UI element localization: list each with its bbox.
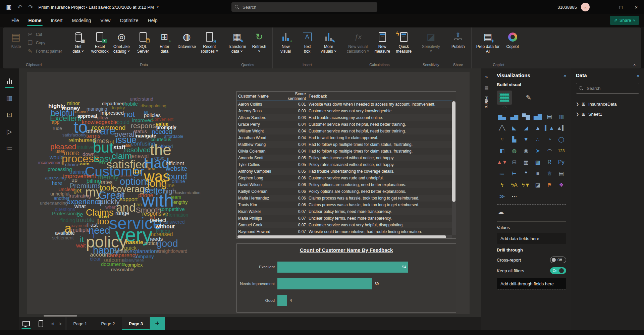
viz-100-stacked-bar-chart-icon[interactable]: ▤ — [545, 112, 554, 121]
word-clear[interactable]: clear — [90, 256, 101, 261]
viz-treemap-icon[interactable]: ◧ — [497, 147, 507, 155]
data-search-input[interactable] — [586, 86, 636, 91]
viz-stacked-area-chart-icon[interactable]: ◢ — [521, 124, 531, 132]
bar-excellent[interactable]: 54 — [277, 262, 408, 273]
table-row[interactable]: Olivia Coleman0.04Had to follow up multi… — [237, 148, 456, 155]
table-row[interactable]: Matthew Young0.04Had to follow up multip… — [237, 141, 456, 148]
table-row[interactable]: Tyler Collins0.05Policy rates increased … — [237, 161, 456, 168]
bar-good[interactable] — [277, 295, 287, 306]
word-information[interactable]: information — [165, 213, 188, 217]
menu-modeling[interactable]: Modeling — [67, 14, 96, 27]
viz-line-and-stacked-column-chart-icon[interactable]: ▍▲ — [545, 124, 554, 132]
viz-table-icon[interactable]: ▦ — [521, 158, 531, 167]
collapse-data-panel-icon[interactable]: » — [637, 73, 639, 78]
new-measure-button[interactable]: Newmeasure — [372, 30, 393, 55]
table-row[interactable]: Anthony Campbell0.05Had trouble understa… — [237, 168, 456, 175]
word-straightforward[interactable]: straightforward — [156, 249, 187, 254]
column-header-customer-name[interactable]: Customer Name — [237, 94, 275, 99]
viz-matrix-icon[interactable]: ▩ — [533, 158, 543, 167]
viz-smart-narrative-icon[interactable]: ≡ — [533, 169, 543, 178]
viz-azure-map-icon[interactable]: ➤ — [533, 147, 543, 155]
viz-power-automate-a-icon[interactable]: ϟ — [497, 181, 507, 189]
global-search[interactable] — [231, 2, 377, 12]
table-row[interactable]: Jeremy Ross0.03Customer service was not … — [237, 108, 456, 114]
viz-scatter-chart-icon[interactable]: ∴ — [533, 135, 543, 144]
word-perfect[interactable]: perfect — [150, 218, 166, 223]
word-it[interactable]: it — [80, 235, 84, 243]
word-mobile[interactable]: mobile — [123, 101, 138, 106]
word-documents[interactable]: documents — [101, 262, 125, 267]
word-processing[interactable]: processing — [48, 167, 72, 172]
viz-100-stacked-column-chart-icon[interactable]: ▥ — [556, 112, 566, 121]
word-intuitive[interactable]: intuitive — [77, 145, 94, 150]
onelake-catalog-button[interactable]: ◎OneLakecatalog ˅ — [111, 30, 132, 55]
viz-more-visual-options-icon[interactable]: ⋯ — [509, 192, 519, 201]
collapse-ribbon-icon[interactable]: ∧ — [633, 62, 636, 67]
viz-kpi-icon[interactable]: ▲▼ — [497, 158, 507, 167]
copy-button[interactable]: ❐Copy — [27, 40, 62, 46]
paste-button[interactable]: ▤Paste — [5, 30, 26, 50]
values-field-well[interactable]: Add data fields here — [497, 233, 566, 244]
word-elsewhere[interactable]: elsewhere — [122, 258, 144, 263]
menu-view[interactable]: View — [96, 14, 115, 27]
avatar[interactable]: ac — [581, 3, 590, 11]
word-time[interactable]: time — [165, 183, 174, 188]
publish-button[interactable]: ⇧▭▭Publish — [448, 30, 469, 50]
table-row[interactable]: Raymond Howard0.07Website could be more … — [237, 228, 456, 235]
word-settlement[interactable]: settlement — [52, 235, 74, 240]
menu-help[interactable]: Help — [143, 14, 162, 27]
chevron-right-icon[interactable]: ❯ — [576, 102, 579, 106]
sidebar-item-table-view[interactable]: ▦ — [3, 92, 16, 104]
viz-stacked-column-chart-icon[interactable]: ▄▆ — [509, 112, 519, 121]
desktop-layout-button[interactable] — [19, 317, 34, 330]
sidebar-item-report-view[interactable] — [3, 75, 16, 87]
redo-icon[interactable]: ↷ — [28, 4, 33, 11]
filters-pane-label[interactable]: Filters — [484, 96, 489, 108]
viz-smart-kpi-icon[interactable]: 123 — [556, 147, 566, 155]
copilot-button[interactable]: Copilot — [502, 30, 523, 50]
viz-power-automate-c-icon[interactable]: ϟ▼ — [521, 181, 531, 189]
viz-arcgis-map-icon[interactable]: ⚑ — [545, 181, 554, 189]
cut-button[interactable]: ✂Cut — [27, 32, 62, 38]
word-are[interactable]: are — [100, 125, 115, 136]
column-header-feedback[interactable]: Feedback — [307, 94, 456, 99]
viz-pie-chart-icon[interactable]: ◔ — [545, 135, 554, 144]
word-for[interactable]: for — [132, 167, 142, 176]
viz-donut-chart-icon[interactable]: ◯ — [556, 135, 566, 144]
viz-gauge-icon[interactable]: ◠ — [545, 147, 554, 155]
maximize-button[interactable]: □ — [613, 0, 629, 14]
sidebar-item-tmdl-view[interactable]: ≔ — [3, 142, 16, 154]
quick-measure-button[interactable]: ϟQuickmeasure — [393, 30, 414, 55]
viz-paginated-report-icon[interactable]: ▤ — [556, 169, 566, 178]
menu-insert[interactable]: Insert — [46, 14, 67, 27]
column-header-score-sentiment[interactable]: Score sentiment — [275, 92, 307, 101]
table-row[interactable]: Aaron Collins0.01Website was down when I… — [237, 101, 456, 108]
viz-image-icon[interactable]: ◪ — [533, 181, 543, 189]
filters-pane-icon[interactable]: ▤ — [484, 85, 488, 90]
viz-100-stacked-area-chart-icon[interactable]: ▲ — [533, 124, 543, 132]
table-row[interactable]: Samuel Cook0.07Customer service was not … — [237, 222, 456, 228]
report-page[interactable]: understandhighlyminormoneydepartmentmobi… — [27, 72, 470, 314]
table-horizontal-scrollbar[interactable] — [237, 235, 452, 238]
page-tab-page-2[interactable]: Page 2 — [94, 317, 122, 330]
table-row[interactable]: Travis Kim0.06Claims process was a hassl… — [237, 202, 456, 208]
bar-needs-improvement[interactable] — [277, 278, 372, 289]
word-rude[interactable]: rude — [53, 126, 62, 131]
table-row[interactable]: Grace Perry0.04Customer service was not … — [237, 121, 456, 128]
word-disappointing[interactable]: disappointing — [141, 104, 166, 108]
word-understand[interactable]: understand — [130, 97, 153, 101]
sensitivity-button[interactable]: ◪Sensitivity˅ — [420, 30, 442, 55]
word-app[interactable]: app — [52, 120, 59, 124]
new-visual-button[interactable]: +Newvisual — [275, 30, 296, 55]
viz-stacked-bar-chart-icon[interactable]: ▆▄ — [497, 112, 507, 121]
viz-decomposition-tree-icon[interactable]: ⊢ — [509, 169, 519, 178]
menu-home[interactable]: Home — [24, 14, 46, 27]
dataverse-button[interactable]: ◍Dataverse — [175, 30, 198, 50]
word-professional[interactable]: Professional — [52, 211, 80, 216]
word-team[interactable]: team — [171, 195, 181, 200]
viz-ribbon-chart-icon[interactable]: ≈ — [497, 135, 507, 144]
sql-server-button[interactable]: SQLServer — [132, 30, 153, 55]
minimize-button[interactable]: – — [598, 0, 613, 14]
word-what[interactable]: what — [74, 204, 86, 209]
data-table-sheet1[interactable]: ❯⊞Sheet1 — [576, 109, 639, 119]
